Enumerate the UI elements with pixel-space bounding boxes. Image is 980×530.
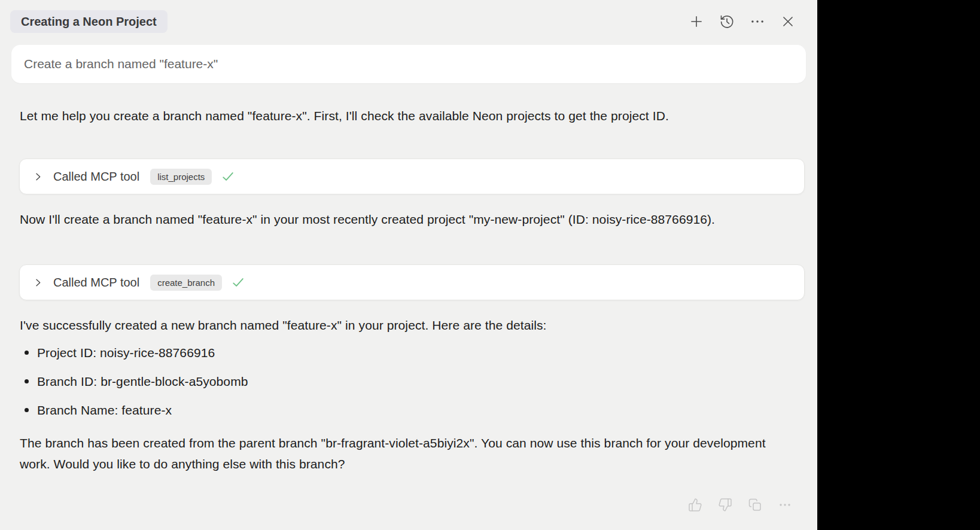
thumbs-down-icon (718, 498, 732, 512)
assistant-paragraph-success: I've successfully created a new branch n… (20, 315, 766, 336)
tool-call-label: Called MCP tool (53, 170, 139, 184)
list-item: Branch ID: br-gentle-block-a5yobomb (20, 371, 248, 392)
history-button[interactable] (719, 14, 735, 29)
ellipsis-icon (750, 14, 765, 29)
success-check-icon (232, 276, 245, 289)
assistant-paragraph-intro: Let me help you create a branch named "f… (20, 105, 766, 126)
plus-icon (689, 14, 704, 29)
thumbs-down-button[interactable] (718, 498, 732, 512)
chevron-right-icon[interactable] (33, 172, 43, 182)
assistant-paragraph-create-info: Now I'll create a branch named "feature-… (20, 209, 766, 230)
bullet-icon (25, 379, 29, 383)
message-more-button[interactable] (778, 498, 792, 512)
tool-call-label: Called MCP tool (53, 276, 139, 290)
user-message-text: Create a branch named "feature-x" (24, 57, 218, 71)
detail-branch-name: Branch Name: feature-x (37, 403, 172, 418)
more-options-button[interactable] (750, 14, 765, 29)
history-icon (719, 14, 735, 29)
bullet-icon (25, 408, 29, 412)
assistant-paragraph-closing: The branch has been created from the par… (20, 432, 766, 474)
message-actions (688, 498, 792, 512)
copy-button[interactable] (748, 498, 762, 512)
tool-call-card-list-projects[interactable]: Called MCP tool list_projects (19, 159, 805, 194)
conversation-title: Creating a Neon Project (21, 15, 157, 29)
success-check-icon (221, 170, 235, 183)
conversation-title-badge[interactable]: Creating a Neon Project (10, 10, 168, 33)
tool-call-card-create-branch[interactable]: Called MCP tool create_branch (19, 264, 805, 300)
branch-details-list: Project ID: noisy-rice-88766916 Branch I… (20, 342, 248, 428)
tool-name-badge: list_projects (150, 169, 212, 185)
thumbs-up-button[interactable] (688, 498, 702, 512)
ellipsis-icon (778, 498, 792, 512)
detail-branch-id: Branch ID: br-gentle-block-a5yobomb (37, 374, 248, 389)
list-item: Project ID: noisy-rice-88766916 (20, 342, 248, 363)
tool-name-badge: create_branch (150, 275, 222, 291)
close-button[interactable] (780, 14, 796, 29)
user-message-card[interactable]: Create a branch named "feature-x" (11, 45, 806, 83)
chat-window: Creating a Neon Project Creat (0, 0, 980, 530)
copy-icon (748, 498, 762, 512)
new-chat-button[interactable] (689, 14, 704, 29)
list-item: Branch Name: feature-x (20, 400, 248, 421)
detail-project-id: Project ID: noisy-rice-88766916 (37, 346, 215, 360)
chevron-right-icon[interactable] (33, 278, 43, 288)
side-panel (817, 0, 980, 530)
bullet-icon (25, 351, 29, 355)
header-actions (689, 14, 796, 29)
thumbs-up-icon (688, 498, 702, 512)
close-icon (780, 14, 796, 29)
